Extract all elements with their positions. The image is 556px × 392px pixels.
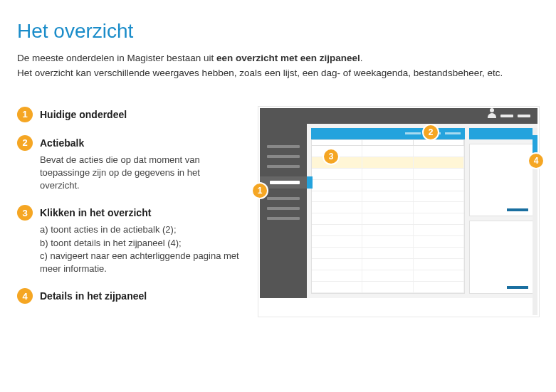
legend-item-1: 1 Huidige onderdeel (17, 107, 241, 122)
intro-bold: een overzicht met een zijpaneel (216, 53, 360, 63)
legend-list: 1 Huidige onderdeel 2 Actiebalk Bevat de… (17, 107, 241, 317)
user-icon (488, 112, 496, 120)
topbar-line (500, 115, 513, 117)
sidebar-active-tab (307, 176, 313, 189)
badge-3: 3 (17, 205, 33, 221)
sidebar-item (267, 145, 300, 148)
badge-2: 2 (17, 135, 33, 151)
mock-detail-panel (469, 128, 533, 294)
sidebar-item (267, 197, 300, 200)
detail-card (469, 144, 533, 217)
callout-1: 1 (253, 184, 267, 198)
sidebar-item (267, 217, 300, 220)
intro-line2: Het overzicht kan verschillende weergave… (17, 68, 503, 78)
page-title: Het overzicht (17, 20, 539, 43)
callout-4: 4 (529, 154, 543, 168)
actionbar-action (445, 132, 461, 134)
sidebar-item (267, 207, 300, 210)
legend-body-3-a: a) toont acties in de actiebalk (2); (40, 223, 241, 236)
mock-sidebar (260, 124, 307, 298)
legend-item-2: 2 Actiebalk Bevat de acties die op dat m… (17, 135, 241, 193)
sidebar-item (267, 155, 300, 158)
legend-title-3: Klikken in het overzicht (40, 207, 151, 218)
legend-body-2-0: Bevat de acties die op dat moment van to… (40, 154, 241, 193)
callout-2: 2 (424, 125, 438, 139)
detail-header (469, 128, 533, 139)
legend-item-3: 3 Klikken in het overzicht a) toont acti… (17, 205, 241, 275)
ui-mockup: 1 2 3 4 (258, 107, 539, 317)
legend-title-1: Huidige onderdeel (40, 109, 127, 120)
actionbar-action (405, 132, 421, 134)
callout-3: 3 (324, 149, 338, 164)
sidebar-item (267, 165, 300, 168)
intro-text: De meeste onderdelen in Magister bestaan… (17, 51, 539, 81)
detail-line (507, 208, 528, 211)
legend-item-4: 4 Details in het zijpaneel (17, 288, 241, 304)
mock-actionbar (311, 128, 465, 139)
badge-1: 1 (17, 107, 33, 122)
topbar-line (518, 115, 530, 117)
intro-pre: De meeste onderdelen in Magister bestaan… (17, 53, 216, 63)
legend-title-4: Details in het zijpaneel (40, 290, 147, 302)
sidebar-item-active (260, 176, 307, 189)
legend-body-3-c: c) navigeert naar een achterliggende pag… (40, 250, 241, 275)
badge-4: 4 (17, 288, 33, 304)
mock-topbar (260, 108, 537, 124)
intro-post: . (360, 53, 363, 63)
detail-line (507, 286, 528, 289)
detail-card (469, 221, 533, 294)
legend-body-3-b: b) toont details in het zijpaneel (4); (40, 237, 241, 250)
legend-title-2: Actiebalk (40, 137, 84, 149)
